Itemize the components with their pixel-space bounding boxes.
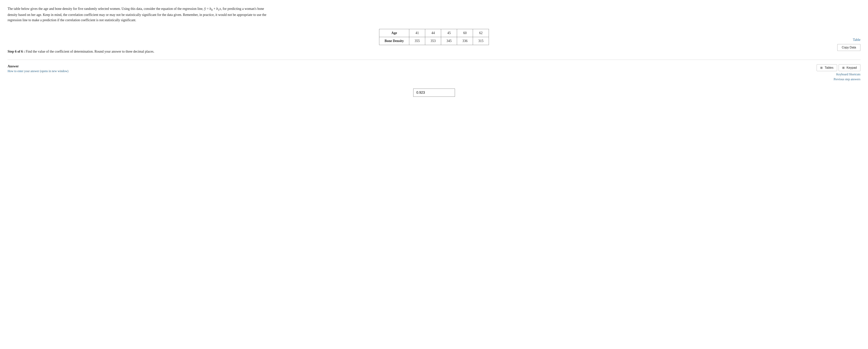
right-panel: Table Copy Data xyxy=(837,38,860,51)
age-bone-density-table: Age 41 44 45 60 62 Bone Density 355 353 … xyxy=(379,29,489,45)
previous-step-answers-link[interactable]: Previous step answers xyxy=(834,78,860,81)
keypad-icon: ⊞ xyxy=(842,66,845,69)
answer-label: Answer xyxy=(8,64,68,68)
keypad-button[interactable]: ⊞ Keypad xyxy=(839,64,860,71)
step-text-content: Find the value of the coefficient of det… xyxy=(26,49,154,54)
how-to-enter-link[interactable]: How to enter your answer (opens in new w… xyxy=(8,69,68,73)
density-val-3: 345 xyxy=(441,37,457,45)
age-val-3: 45 xyxy=(441,29,457,37)
keyboard-shortcuts-link[interactable]: Keyboard Shortcuts xyxy=(836,73,860,76)
tables-icon: ⊞ xyxy=(820,66,823,69)
density-val-1: 355 xyxy=(409,37,425,45)
density-val-2: 353 xyxy=(425,37,441,45)
data-table-wrapper: Age 41 44 45 60 62 Bone Density 355 353 … xyxy=(8,29,860,45)
keypad-btn-label: Keypad xyxy=(846,66,857,69)
table-link[interactable]: Table xyxy=(853,38,860,42)
answer-section: Answer How to enter your answer (opens i… xyxy=(8,64,860,81)
answer-input[interactable] xyxy=(413,89,455,97)
age-val-2: 44 xyxy=(425,29,441,37)
tables-button[interactable]: ⊞ Tables xyxy=(817,64,837,71)
age-val-1: 41 xyxy=(409,29,425,37)
age-val-4: 60 xyxy=(457,29,473,37)
step-instruction: Step 6 of 6 : Find the value of the coef… xyxy=(8,49,860,54)
tables-btn-label: Tables xyxy=(825,66,833,69)
section-divider xyxy=(8,60,860,60)
density-val-4: 336 xyxy=(457,37,473,45)
intro-text-part1: The table below gives the age and bone d… xyxy=(8,7,204,10)
answer-input-row xyxy=(8,89,860,97)
step-label: Step 6 of 6 : xyxy=(8,49,25,54)
equation: ŷ = b0 + b1x, xyxy=(204,7,222,10)
copy-data-button[interactable]: Copy Data xyxy=(837,44,860,51)
bone-density-header: Bone Density xyxy=(379,37,409,45)
intro-paragraph: The table below gives the age and bone d… xyxy=(8,6,273,23)
tool-buttons-row: ⊞ Tables ⊞ Keypad xyxy=(817,64,860,71)
age-val-5: 62 xyxy=(473,29,489,37)
age-header: Age xyxy=(379,29,409,37)
density-val-5: 315 xyxy=(473,37,489,45)
answer-right-panel: ⊞ Tables ⊞ Keypad Keyboard Shortcuts Pre… xyxy=(817,64,860,81)
answer-left-panel: Answer How to enter your answer (opens i… xyxy=(8,64,68,73)
